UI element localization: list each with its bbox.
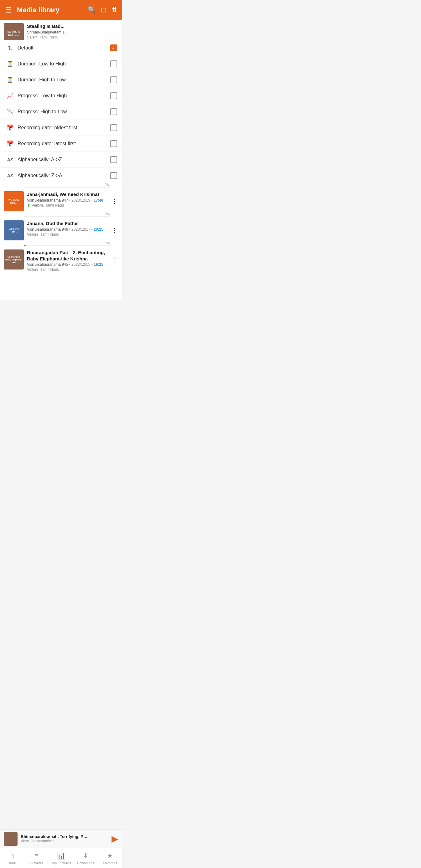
progress-bar: [24, 187, 110, 188]
sort-duration-low-icon: ⏳: [5, 60, 15, 67]
nav-home-label: Home: [7, 861, 17, 865]
media-location: Salem, Tamil Nadu: [27, 35, 118, 39]
header-actions: 🔍 ⊟ ⇅: [87, 6, 117, 14]
playlists-icon: ≡: [35, 852, 39, 860]
home-icon: ⌂: [10, 852, 14, 860]
thumbnail: Enchanting Baby Elephant-like: [4, 249, 24, 270]
media-list: Stealing Is Bad An... Stealing Is Bad...…: [0, 20, 122, 300]
sort-duration-low-label: Duration: Low to High: [18, 61, 110, 67]
now-playing-info: Bhima-parakramah, Terrifying, Purifying …: [21, 834, 112, 843]
filter-icon[interactable]: ⊟: [101, 6, 107, 14]
now-playing-title: Bhima-parakramah, Terrifying, Purifying …: [21, 834, 90, 839]
top-lectures-icon: 📊: [57, 852, 65, 860]
media-meta: Viṣṇu-sahasranāma 947 • 2023/12/19 • 17:…: [27, 198, 110, 203]
media-title: Rucirangadah Part - 2, Enchanting, Baby …: [27, 249, 110, 262]
sort-alpha-az-checkbox[interactable]: [110, 156, 117, 163]
sort-duration-high-checkbox[interactable]: [110, 76, 117, 83]
more-button[interactable]: ⋮: [110, 196, 118, 206]
sort-alpha-za-label: Alphabetically: Z->A: [18, 173, 110, 179]
nav-playlists[interactable]: ≡ Playlists: [24, 848, 49, 868]
page-title: Media library: [17, 6, 87, 14]
sort-alpha-az-label: Alphabetically: A->Z: [18, 157, 110, 162]
sort-recording-oldest-label: Recording date: oldest first: [18, 125, 110, 130]
sort-progress-low-label: Progress: Low to High: [18, 93, 110, 99]
nav-favorites-label: Favorites: [103, 861, 117, 865]
media-meta: Viṣṇu-sahasranāma 946 • 2023/12/17 • 20:…: [27, 227, 110, 231]
media-info: Rucirangadah Part - 2, Enchanting, Baby …: [27, 249, 110, 272]
sort-option-duration-high[interactable]: ⏳ Duration: High to Low: [0, 72, 122, 88]
media-location: ⬇Vellore, Tamil Nadu: [27, 203, 110, 208]
media-info: Jana-janmadi, We need Krishna! Viṣṇu-sah…: [27, 191, 110, 208]
sort-option-duration-low[interactable]: ⏳ Duration: Low to High: [0, 56, 122, 72]
sort-option-recording-oldest[interactable]: 📅 Recording date: oldest first: [0, 120, 122, 136]
nav-top-lectures-label: Top Lectures: [51, 861, 71, 865]
sort-progress-high-checkbox[interactable]: [110, 108, 117, 115]
sort-duration-high-icon: ⏳: [5, 76, 15, 83]
sort-recording-latest-label: Recording date: latest first: [18, 141, 110, 147]
sort-recording-latest-checkbox[interactable]: [110, 140, 117, 147]
play-button[interactable]: ▶: [112, 834, 118, 844]
media-meta: Viṣṇu-sahasranāma 945 • 2023/12/15 • 19:…: [27, 262, 110, 267]
sort-recording-oldest-checkbox[interactable]: [110, 124, 117, 131]
favorites-icon: ★: [107, 852, 113, 860]
sort-default-label: Default: [18, 45, 110, 51]
more-button[interactable]: ⋮: [110, 256, 118, 266]
media-info: Janana, God the Father Viṣṇu-sahasranāma…: [27, 220, 110, 237]
progress-label: 0%: [104, 212, 110, 216]
sort-recording-latest-icon: 📅: [5, 140, 15, 147]
sort-progress-low-icon: 📈: [5, 92, 15, 99]
search-icon[interactable]: 🔍: [87, 6, 96, 14]
media-title: Janana, God the Father: [27, 220, 110, 227]
thumbnail: We need Kris...: [4, 191, 24, 211]
header: ☰ Media library 🔍 ⊟ ⇅: [0, 0, 122, 20]
sort-progress-high-icon: 📉: [5, 108, 15, 115]
nav-favorites[interactable]: ★ Favorites: [98, 848, 122, 868]
more-button[interactable]: ⋮: [110, 226, 118, 235]
sort-option-alpha-za[interactable]: AZ Alphabetically: Z->A: [0, 168, 122, 183]
sort-duration-high-label: Duration: High to Low: [18, 77, 110, 83]
sort-overlay: ⇅ Default ⏳ Duration: Low to High ⏳ Dura…: [0, 40, 122, 183]
nav-playlists-label: Playlists: [30, 861, 43, 865]
downloads-icon: ⬇: [83, 852, 88, 860]
media-info: Stealing Is Bad... Śrīmad-Bhāgavatam 1..…: [27, 23, 118, 39]
nav-top-lectures[interactable]: 📊 Top Lectures: [49, 848, 73, 868]
sort-option-recording-latest[interactable]: 📅 Recording date: latest first: [0, 136, 122, 152]
sort-alpha-za-icon: AZ: [5, 173, 15, 178]
sort-panel: ⇅ Default ⏳ Duration: Low to High ⏳ Dura…: [0, 40, 122, 183]
menu-icon[interactable]: ☰: [5, 6, 12, 14]
sort-option-progress-low[interactable]: 📈 Progress: Low to High: [0, 88, 122, 104]
sort-option-progress-high[interactable]: 📉 Progress: High to Low: [0, 104, 122, 120]
sort-progress-high-label: Progress: High to Low: [18, 109, 110, 115]
list-item[interactable]: God the Fath... Janana, God the Father V…: [0, 217, 122, 246]
progress-bar: [24, 245, 110, 246]
nav-home[interactable]: ⌂ Home: [0, 848, 24, 868]
sort-progress-low-checkbox[interactable]: [110, 92, 117, 99]
sort-icon[interactable]: ⇅: [112, 6, 117, 14]
thumbnail: God the Fath...: [4, 220, 24, 240]
nav-downloads[interactable]: ⬇ Downloads: [73, 848, 98, 868]
sort-duration-low-checkbox[interactable]: [110, 60, 117, 67]
media-meta: Śrīmad-Bhāgavatam 1...: [27, 30, 118, 34]
list-item[interactable]: We need Kris... Jana-janmadi, We need Kr…: [0, 188, 122, 217]
media-title: Jana-janmadi, We need Krishna!: [27, 191, 110, 197]
sort-alpha-za-checkbox[interactable]: [110, 172, 117, 179]
sort-default-checkbox[interactable]: [110, 44, 117, 51]
bottom-navigation: ⌂ Home ≡ Playlists 📊 Top Lectures ⬇ Down…: [0, 848, 122, 868]
now-playing-bar[interactable]: Bhima-parakramah, Terrifying, Purifying …: [0, 829, 122, 848]
sort-default-icon: ⇅: [5, 44, 15, 51]
media-location: Vellore, Tamil Nadu: [27, 232, 110, 237]
progress-bar: [24, 216, 110, 217]
progress-label: 3%: [104, 241, 110, 245]
nav-downloads-label: Downloads: [77, 861, 94, 865]
media-location: Vellore, Tamil Nadu: [27, 267, 110, 272]
sort-recording-oldest-icon: 📅: [5, 124, 15, 131]
sort-option-default[interactable]: ⇅ Default: [0, 40, 122, 56]
now-playing-thumbnail: [4, 832, 18, 846]
media-title: Stealing Is Bad...: [27, 23, 118, 29]
sort-alpha-az-icon: AZ: [5, 157, 15, 162]
list-item[interactable]: Enchanting Baby Elephant-like Rucirangad…: [0, 246, 122, 275]
sort-option-alpha-az[interactable]: AZ Alphabetically: A->Z: [0, 152, 122, 168]
now-playing-subtitle: Viṣṇu-sahasranāma: [21, 839, 112, 843]
